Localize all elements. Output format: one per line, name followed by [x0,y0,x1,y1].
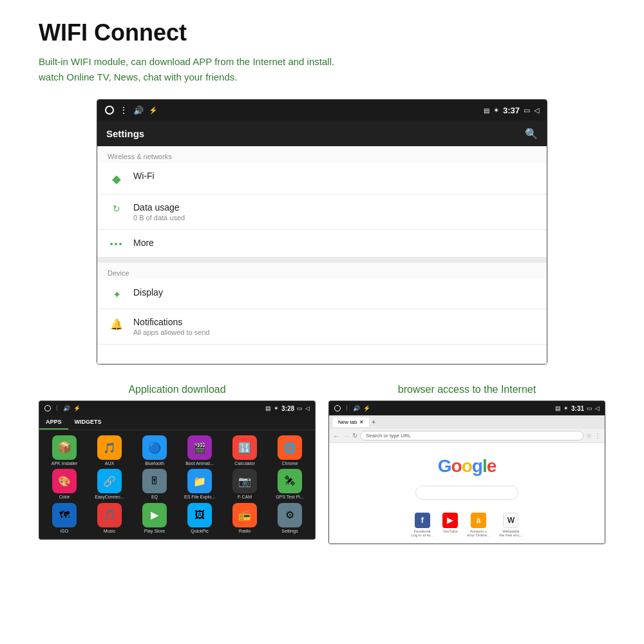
chrome-icon: 🌐 [278,435,302,460]
boot-icon: 🎬 [187,435,212,460]
app-download-col: Application download ⋮ 🔊 ⚡ ▤ ✶ 3:28 ▭ [39,384,316,544]
list-item[interactable]: 📁 ES File Explo... [178,469,221,500]
settings-search-icon[interactable]: 🔍 [525,128,538,140]
tab-apps[interactable]: APPS [39,415,68,430]
app-download-label: Application download [39,384,316,395]
dots-icon: ⋮ [119,105,128,115]
browser-statusbar-right: ▤ ✶ 3:31 ▭ ◁ [555,405,600,412]
wifi-item[interactable]: ◆ Wi-Fi [97,163,547,194]
browser-nav-bar: ← → ↻ Search or type URL ☆ ⋮ [329,429,605,443]
browser-signal-icon: ▤ [555,405,561,412]
notifications-icon: 🔔 [108,318,126,330]
wifi-label: Wi-Fi [133,171,155,181]
browser-vol-icon: 🔊 [353,405,360,412]
browser-dots-icon: ⋮ [344,405,350,412]
quickpic-icon: 🖼 [187,503,212,527]
app-tabs: APPS WIDGETS [39,415,315,430]
list-item[interactable]: 🗺 iGO [43,503,86,534]
tab-widgets[interactable]: WIDGETS [68,415,108,430]
quickpic-label: QuickPic [191,529,209,534]
list-item[interactable]: ⚙ Settings [269,503,311,534]
apk-label: APK Installer [52,461,77,466]
display-label: Display [133,287,163,298]
list-item[interactable]: ▶ Play Store [133,503,176,534]
easyconnect-icon: 🔗 [97,469,122,493]
recents-icon: ▭ [524,106,530,115]
browser-menu-icon[interactable]: ⋮ [594,432,601,439]
statusbar-left-icons: ⋮ 🔊 ⚡ [105,105,158,115]
more-label: More [133,238,154,248]
music-icon: 🎵 [97,503,122,527]
list-item[interactable]: 🛰 GPS Test Pl... [269,469,311,500]
radio-label: Radio [239,529,251,534]
fcam-icon: 📷 [232,469,257,493]
browser-col: browser access to the Internet ⋮ 🔊 ⚡ ▤ ✶… [328,384,605,544]
settings-body: Wireless & networks ◆ Wi-Fi ↻ Data usage… [97,146,547,364]
wikipedia-label: Wikipediathe free enc... [499,529,523,537]
more-item[interactable]: ••• More [97,230,547,258]
main-statusbar: ⋮ 🔊 ⚡ ▤ ✶ 3:37 ▭ ◁ [97,100,547,120]
list-item[interactable]: 🎵 AUX [88,435,131,466]
display-item[interactable]: ✦ Display [97,279,547,309]
list-item[interactable]: 📻 Radio [223,503,266,534]
bookmark-star-icon[interactable]: ☆ [586,432,592,439]
browser-tab[interactable]: New tab ✕ [333,417,369,427]
google-search-bar[interactable] [415,486,518,500]
usb-icon: ⚡ [149,106,158,115]
app-back-icon: ◁ [305,405,310,412]
color-label: Color [59,495,70,500]
app-dots-icon: ⋮ [54,405,60,412]
data-usage-sub: 0 B of data used [133,214,185,222]
google-logo: Google [438,456,496,477]
bookmark-wikipedia[interactable]: W Wikipediathe free enc... [499,513,523,537]
bluetooth-icon: 🔵 [142,435,167,460]
igo-label: iGO [61,529,68,534]
easyconnect-label: EasyConnec... [95,495,124,500]
browser-home-icon [334,405,341,412]
new-tab-icon[interactable]: + [372,419,375,426]
amazon-label: Amazon.cAmz Online... [467,529,490,537]
back-icon: ◁ [534,106,539,115]
notifications-item[interactable]: 🔔 Notifications All apps allowed to send [97,309,547,345]
list-item[interactable]: 🔵 Bluetooth [133,435,176,466]
data-usage-item[interactable]: ↻ Data usage 0 B of data used [97,194,547,230]
nav-refresh-icon[interactable]: ↻ [352,432,357,439]
notifications-label: Notifications [133,317,210,327]
list-item[interactable]: 🎚 EQ [133,469,176,500]
chrome-label: Chrome [282,461,298,466]
facebook-icon: f [415,513,430,528]
esfile-icon: 📁 [187,469,212,493]
list-item[interactable]: 🔗 EasyConnec... [88,469,131,500]
facebook-label: FacebookLog in at fa... [411,529,433,537]
browser-time: 3:31 [571,405,584,412]
list-item[interactable]: 🎬 Boot Animat... [178,435,221,466]
browser-statusbar: ⋮ 🔊 ⚡ ▤ ✶ 3:31 ▭ ◁ [329,401,605,415]
bookmark-amazon[interactable]: a Amazon.cAmz Online... [467,513,490,537]
esfile-label: ES File Explo... [184,495,215,500]
nav-back-icon[interactable]: ← [333,432,340,440]
playstore-label: Play Store [144,529,165,534]
eq-label: EQ [151,495,158,500]
browser-bt-icon: ✶ [564,405,569,412]
tab-close-icon[interactable]: ✕ [359,419,364,425]
aux-icon: 🎵 [97,435,122,460]
bookmark-facebook[interactable]: f FacebookLog in at fa... [411,513,433,537]
list-item[interactable]: 🎨 Color [43,469,86,500]
list-item[interactable]: 🌐 Chrome [269,435,311,466]
fcam-label: F-CAM [238,495,252,500]
wireless-section-label: Wireless & networks [97,146,547,163]
list-item[interactable]: 🔢 Calculator [223,435,266,466]
list-item[interactable]: 📦 APK Installer [43,435,86,466]
bookmark-youtube[interactable]: ▶ YouTube [442,513,458,537]
playstore-icon: ▶ [142,503,167,527]
list-item[interactable]: 🖼 QuickPic [178,503,221,534]
list-item[interactable]: 🎵 Music [88,503,131,534]
youtube-label: YouTube [442,529,458,533]
browser-label: browser access to the Internet [328,384,605,395]
list-item[interactable]: 📷 F-CAM [223,469,266,500]
page-container: WIFI Connect Built-in WIFI module, can d… [0,0,644,644]
url-bar[interactable]: Search or type URL [360,431,583,440]
nav-forward-icon[interactable]: → [343,432,350,440]
browser-tab-bar: New tab ✕ + [329,415,605,429]
browser-recents-icon: ▭ [587,405,592,412]
